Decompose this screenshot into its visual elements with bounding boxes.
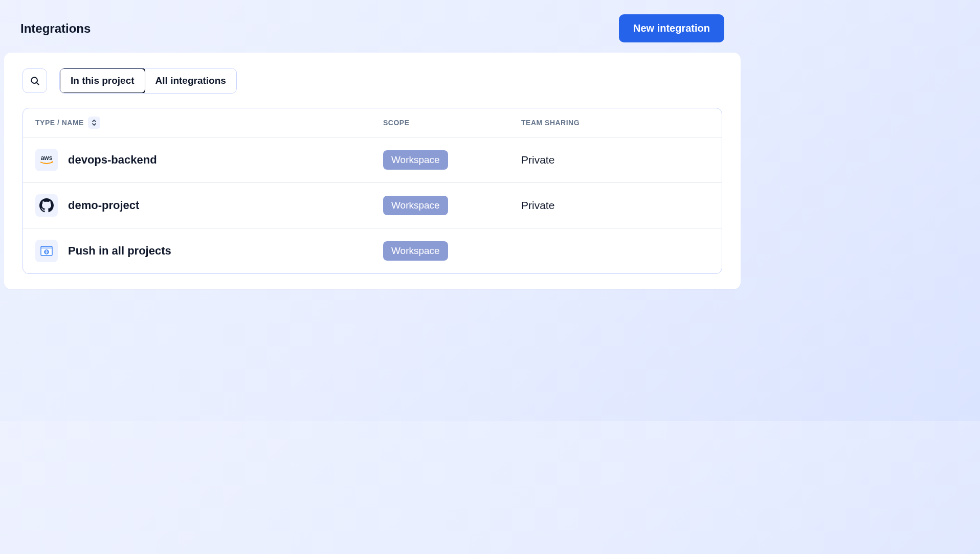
integration-name: demo-project [68, 199, 139, 212]
scope-badge: Workspace [383, 196, 448, 215]
scope-cell: Workspace [383, 150, 521, 170]
filter-tabs: In this project All integrations [59, 68, 237, 94]
name-cell: demo-project [35, 194, 383, 217]
integrations-table: TYPE / NAME SCOPE TEAM SHARING aws [23, 108, 722, 274]
search-icon [30, 76, 40, 86]
main-panel: In this project All integrations TYPE / … [4, 53, 741, 289]
filter-row: In this project All integrations [23, 68, 722, 94]
name-cell: Push in all projects [35, 240, 383, 262]
search-button[interactable] [23, 68, 47, 93]
page-title: Integrations [20, 21, 91, 36]
name-cell: aws devops-backend [35, 149, 383, 171]
scope-cell: Workspace [383, 196, 521, 215]
column-header-name: TYPE / NAME [35, 117, 383, 129]
aws-icon: aws [35, 149, 58, 171]
table-row[interactable]: Push in all projects Workspace [23, 228, 722, 273]
sharing-cell: Private [521, 199, 709, 212]
svg-rect-4 [41, 246, 52, 249]
new-integration-button[interactable]: New integration [619, 14, 724, 42]
page-header: Integrations New integration [4, 4, 741, 53]
column-header-name-label: TYPE / NAME [35, 119, 84, 127]
sort-icon [91, 119, 97, 126]
webhook-icon [35, 240, 58, 262]
svg-text:aws: aws [41, 154, 53, 161]
tab-in-this-project[interactable]: In this project [59, 68, 146, 94]
table-header: TYPE / NAME SCOPE TEAM SHARING [23, 108, 722, 137]
sharing-cell: Private [521, 154, 709, 166]
integration-name: Push in all projects [68, 244, 171, 258]
table-row[interactable]: demo-project Workspace Private [23, 183, 722, 228]
integration-name: devops-backend [68, 153, 157, 167]
scope-badge: Workspace [383, 241, 448, 261]
svg-line-1 [37, 83, 39, 85]
scope-badge: Workspace [383, 150, 448, 170]
column-header-sharing: TEAM SHARING [521, 117, 709, 129]
github-icon [35, 194, 58, 217]
sort-button[interactable] [88, 117, 100, 129]
tab-all-integrations[interactable]: All integrations [145, 68, 236, 93]
scope-cell: Workspace [383, 241, 521, 261]
table-row[interactable]: aws devops-backend Workspace Private [23, 137, 722, 183]
column-header-scope: SCOPE [383, 117, 521, 129]
